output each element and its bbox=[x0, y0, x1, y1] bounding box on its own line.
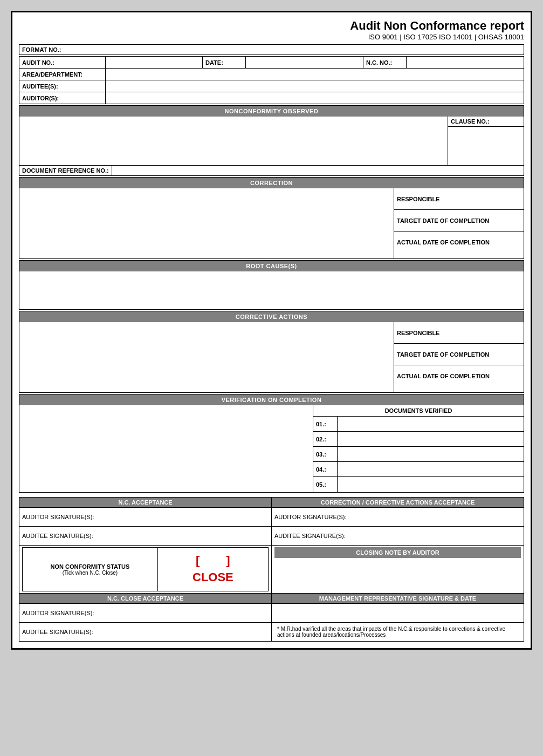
auditee-row: AUDITEE(S): bbox=[19, 80, 524, 92]
info-table: AUDIT NO.: DATE: N.C. NO.: AREA/DEPARTME… bbox=[19, 56, 524, 104]
nc-close-auditor-sig-label: AUDITOR SIGNATURE(S): bbox=[22, 610, 94, 616]
docs-verified-label: DOCUMENTS VERIFIED bbox=[313, 405, 524, 417]
doc-value-2[interactable] bbox=[338, 432, 524, 446]
clause-no-value[interactable] bbox=[448, 127, 524, 165]
nc-close-auditee-sig-label: AUDITEE SIGNATURE(S): bbox=[22, 629, 93, 635]
report-header: Audit Non Conformance report ISO 9001 | … bbox=[19, 19, 524, 41]
doc-row-5: 05.: bbox=[313, 477, 524, 492]
verification-main-area[interactable] bbox=[19, 405, 313, 492]
audit-no-value[interactable] bbox=[106, 57, 203, 69]
auditor-sig-row-2: AUDITOR SIGNATURE(S): bbox=[19, 604, 524, 623]
verification-section: VERIFICATION ON COMPLETION DOCUMENTS VER… bbox=[19, 394, 524, 493]
corr-auditee-sig-cell: AUDITEE SIGNATURE(S): bbox=[272, 527, 524, 546]
nonconformity-body: CLAUSE NO.: bbox=[19, 117, 524, 165]
auditee-sig-row-1: AUDITEE SIGNATURE(S): AUDITEE SIGNATURE(… bbox=[19, 527, 524, 546]
correction-header: CORRECTION bbox=[19, 178, 524, 188]
doc-value-4[interactable] bbox=[338, 462, 524, 476]
area-row: AREA/DEPARTMENT: bbox=[19, 69, 524, 80]
corrective-actions-section: CORRECTIVE ACTIONS RESPONCIBLE TARGET DA… bbox=[19, 311, 524, 393]
nc-status-sublabel: (Tick when N.C. Close) bbox=[25, 570, 155, 576]
nc-close-auditor-sig-cell: AUDITOR SIGNATURE(S): bbox=[19, 604, 272, 623]
doc-value-3[interactable] bbox=[338, 447, 524, 461]
doc-row-4: 04.: bbox=[313, 462, 524, 477]
doc-ref-label: DOCUMENT REFERENCE NO.: bbox=[19, 166, 112, 175]
correction-body: RESPONCIBLE TARGET DATE OF COMPLETION AC… bbox=[19, 188, 524, 258]
doc-row-1: 01.: bbox=[313, 417, 524, 432]
doc-value-1[interactable] bbox=[338, 417, 524, 431]
nc-status-label-cell: NON CONFORMITY STATUS (Tick when N.C. Cl… bbox=[23, 548, 158, 591]
correction-main-area[interactable] bbox=[19, 188, 394, 258]
nc-status-inner-table: NON CONFORMITY STATUS (Tick when N.C. Cl… bbox=[22, 547, 269, 591]
bottom-section: N.C. ACCEPTANCE CORRECTION / CORRECTIVE … bbox=[19, 497, 524, 642]
correction-right-panel: RESPONCIBLE TARGET DATE OF COMPLETION AC… bbox=[394, 188, 524, 258]
doc-num-1: 01.: bbox=[313, 417, 338, 431]
correction-responsible-label: RESPONCIBLE bbox=[394, 188, 524, 210]
nc-status-label: NON CONFORMITY STATUS bbox=[25, 563, 155, 570]
area-value[interactable] bbox=[106, 69, 524, 80]
mgmt-sig-cell[interactable] bbox=[272, 604, 524, 623]
doc-ref-value[interactable] bbox=[112, 166, 524, 175]
corr-auditor-sig-cell: AUDITOR SIGNATURE(S): bbox=[272, 508, 524, 527]
doc-num-5: 05.: bbox=[313, 477, 338, 492]
nc-auditee-sig-label: AUDITEE SIGNATURE(S): bbox=[22, 533, 93, 539]
closing-note-header: CLOSING NOTE BY AUDITOR bbox=[274, 547, 521, 558]
correction-actual-date-label: ACTUAL DATE OF COMPLETION bbox=[394, 231, 524, 253]
corrective-main-area[interactable] bbox=[19, 322, 394, 392]
auditee-sig-row-2: AUDITEE SIGNATURE(S): * M.R.had varified… bbox=[19, 623, 524, 642]
nc-close-acceptance-header-row: N.C. CLOSE ACCEPTANCE MANAGEMENT REPRESE… bbox=[19, 594, 524, 604]
root-cause-section: ROOT CAUSE(S) bbox=[19, 260, 524, 310]
nc-auditor-sig-cell: AUDITOR SIGNATURE(S): bbox=[19, 508, 272, 527]
corrective-right-panel: RESPONCIBLE TARGET DATE OF COMPLETION AC… bbox=[394, 322, 524, 392]
verification-header: VERIFICATION ON COMPLETION bbox=[19, 394, 524, 405]
format-no-field: FORMAT NO.: bbox=[19, 44, 524, 55]
audit-report-page: Audit Non Conformance report ISO 9001 | … bbox=[11, 11, 532, 650]
nonconformity-main-area[interactable] bbox=[19, 117, 448, 165]
date-label: DATE: bbox=[203, 57, 246, 69]
nc-auditee-sig-cell: AUDITEE SIGNATURE(S): bbox=[19, 527, 272, 546]
doc-value-5[interactable] bbox=[338, 477, 524, 492]
format-no-label: FORMAT NO.: bbox=[22, 46, 61, 53]
auditee-label: AUDITEE(S): bbox=[19, 80, 106, 92]
nc-no-value[interactable] bbox=[407, 57, 524, 69]
corrective-actual-date-label: ACTUAL DATE OF COMPLETION bbox=[394, 365, 524, 387]
clause-no-label: CLAUSE NO.: bbox=[448, 117, 524, 127]
corrective-body: RESPONCIBLE TARGET DATE OF COMPLETION AC… bbox=[19, 322, 524, 392]
corrective-target-date-label: TARGET DATE OF COMPLETION bbox=[394, 344, 524, 365]
close-bracket-close: ] bbox=[226, 554, 230, 567]
correction-acceptance-header: CORRECTION / CORRECTIVE ACTIONS ACCEPTAN… bbox=[272, 498, 524, 508]
auditor-label: AUDITOR(S): bbox=[19, 92, 106, 104]
acceptance-table: N.C. ACCEPTANCE CORRECTION / CORRECTIVE … bbox=[19, 497, 524, 642]
audit-no-label: AUDIT NO.: bbox=[19, 57, 106, 69]
nc-acceptance-header: N.C. ACCEPTANCE bbox=[19, 498, 272, 508]
root-cause-header: ROOT CAUSE(S) bbox=[19, 261, 524, 271]
nc-status-row: NON CONFORMITY STATUS (Tick when N.C. Cl… bbox=[19, 546, 524, 594]
acceptance-header-row: N.C. ACCEPTANCE CORRECTION / CORRECTIVE … bbox=[19, 498, 524, 508]
close-indicator: [ ] CLOSE bbox=[161, 553, 265, 586]
doc-num-3: 03.: bbox=[313, 447, 338, 461]
corrective-responsible-label: RESPONCIBLE bbox=[394, 322, 524, 344]
doc-row-3: 03.: bbox=[313, 447, 524, 462]
mgmt-rep-header: MANAGEMENT REPRESENTATIVE SIGNATURE & DA… bbox=[272, 594, 524, 604]
doc-num-2: 02.: bbox=[313, 432, 338, 446]
nc-close-acceptance-header: N.C. CLOSE ACCEPTANCE bbox=[19, 594, 272, 604]
nc-auditor-sig-label: AUDITOR SIGNATURE(S): bbox=[22, 514, 94, 520]
area-label: AREA/DEPARTMENT: bbox=[19, 69, 106, 80]
close-text: CLOSE bbox=[193, 570, 233, 584]
auditor-sig-row-1: AUDITOR SIGNATURE(S): AUDITOR SIGNATURE(… bbox=[19, 508, 524, 527]
closing-note-body[interactable] bbox=[274, 559, 521, 591]
report-title: Audit Non Conformance report bbox=[19, 19, 524, 33]
root-cause-body[interactable] bbox=[19, 271, 524, 309]
corr-auditor-sig-label: AUDITOR SIGNATURE(S): bbox=[274, 514, 346, 520]
auditee-value[interactable] bbox=[106, 80, 524, 92]
closing-note-cell: CLOSING NOTE BY AUDITOR bbox=[272, 546, 524, 594]
date-value[interactable] bbox=[246, 57, 363, 69]
auditor-value[interactable] bbox=[106, 92, 524, 104]
nc-no-label: N.C. NO.: bbox=[363, 57, 407, 69]
corr-auditee-sig-label: AUDITEE SIGNATURE(S): bbox=[274, 533, 346, 539]
nc-status-inner-row: NON CONFORMITY STATUS (Tick when N.C. Cl… bbox=[23, 548, 269, 591]
mr-note-text: * M.R.had varified all the areas that im… bbox=[274, 624, 521, 639]
verification-body: DOCUMENTS VERIFIED 01.: 02.: 03.: 04.: bbox=[19, 405, 524, 492]
nc-status-left-cell: NON CONFORMITY STATUS (Tick when N.C. Cl… bbox=[19, 546, 272, 594]
doc-ref-row: DOCUMENT REFERENCE NO.: bbox=[19, 165, 524, 175]
report-subtitle: ISO 9001 | ISO 17025 ISO 14001 | OHSAS 1… bbox=[19, 33, 524, 41]
